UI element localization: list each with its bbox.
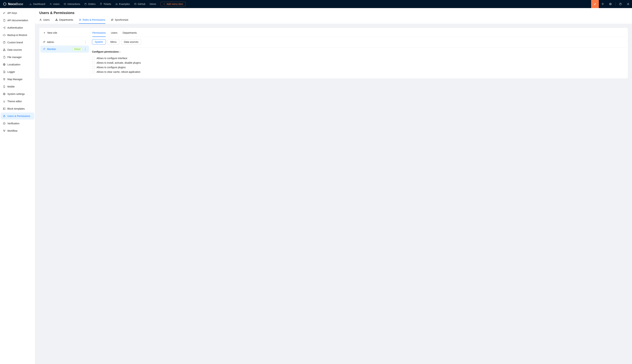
new-role-label: New role bbox=[47, 32, 57, 34]
nav-tickets[interactable]: Tickets bbox=[98, 0, 113, 8]
sidebar-item-api-keys[interactable]: API keys bbox=[1, 10, 34, 16]
page-tabs: Users Departments Roles & Permissions Sy… bbox=[39, 17, 628, 24]
sidebar-item-data-sources[interactable]: Data sources bbox=[1, 46, 34, 53]
nav-label: Tickets bbox=[103, 3, 111, 6]
nav-interactions[interactable]: Interactions bbox=[62, 0, 82, 8]
nav-label: Users bbox=[53, 3, 60, 6]
pin-icon bbox=[3, 78, 6, 81]
github-icon bbox=[134, 3, 137, 5]
highlight-icon bbox=[593, 3, 596, 6]
permission-label: Allows to install, activate, disable plu… bbox=[97, 61, 141, 64]
sidebar-item-workflow[interactable]: Workflow bbox=[1, 127, 34, 134]
brand-logo[interactable]: NocoBase bbox=[3, 2, 23, 6]
sidebar-item-backup[interactable]: Backup & Restore bbox=[1, 32, 34, 38]
lock-icon bbox=[79, 18, 81, 21]
sidebar-item-file-manager[interactable]: File manager bbox=[1, 54, 34, 61]
svg-point-19 bbox=[3, 130, 4, 130]
svg-rect-26 bbox=[79, 20, 81, 20]
tag-icon bbox=[43, 48, 45, 50]
add-menu-label: Add menu item bbox=[167, 3, 183, 6]
detail-tab-users[interactable]: Users bbox=[111, 29, 117, 37]
calendar-icon bbox=[84, 3, 87, 5]
nav-dashboard[interactable]: Dashboard bbox=[27, 0, 47, 8]
permission-checkbox-configure-interface[interactable] bbox=[92, 57, 95, 60]
seg-tab-menu[interactable]: Menu bbox=[108, 39, 119, 44]
help-button[interactable] bbox=[616, 0, 624, 8]
sidebar-item-mobile[interactable]: Mobile bbox=[1, 83, 34, 90]
sidebar-item-label: File manager bbox=[7, 56, 22, 58]
sidebar-item-theme-editor[interactable]: Theme editor bbox=[1, 98, 34, 105]
tab-roles-permissions[interactable]: Roles & Permissions bbox=[79, 17, 105, 24]
permission-row: Allows to configure interface bbox=[92, 56, 626, 60]
permission-scope-tabs: System Menu Data sources bbox=[92, 37, 626, 48]
sync-icon bbox=[111, 18, 113, 21]
sidebar-item-verification[interactable]: Verification bbox=[1, 120, 34, 127]
permission-checkbox-clear-cache[interactable] bbox=[92, 70, 95, 73]
header-divider bbox=[615, 2, 615, 6]
role-item-admin[interactable]: Admin ⋮ bbox=[40, 38, 89, 46]
sidebar-item-api-docs[interactable]: API documentation bbox=[1, 17, 34, 24]
sidebar-item-label: API documentation bbox=[7, 19, 28, 22]
permissions-section: Configure permissions： Allows to configu… bbox=[92, 48, 626, 77]
gear-icon bbox=[3, 92, 6, 96]
tab-synchronize[interactable]: Synchronize bbox=[111, 17, 128, 24]
tab-users[interactable]: Users bbox=[39, 17, 50, 24]
cluster-icon bbox=[3, 48, 6, 51]
role-more-icon[interactable]: ⋮ bbox=[84, 47, 87, 51]
file-icon bbox=[3, 56, 6, 58]
page-header: Users & Permissions Users Departments Ro… bbox=[35, 8, 632, 24]
sidebar-item-map-manager[interactable]: Map Manager bbox=[1, 76, 34, 83]
sidebar-item-label: Backup & Restore bbox=[7, 34, 27, 36]
sidebar-item-label: Logger bbox=[7, 70, 15, 73]
sidebar-item-label: Workflow bbox=[7, 130, 17, 132]
nav-orders[interactable]: Orders bbox=[82, 0, 98, 8]
sidebar-item-authentication[interactable]: Authentication bbox=[1, 24, 34, 31]
role-detail-panel: Permissions Users Departments System Men… bbox=[90, 28, 628, 78]
user-menu-button[interactable] bbox=[624, 0, 632, 8]
nav-label: GitHub bbox=[138, 3, 145, 6]
plug-icon bbox=[601, 3, 604, 6]
sidebar-item-label: Map Manager bbox=[7, 78, 23, 81]
seg-tab-system[interactable]: System bbox=[92, 39, 106, 44]
nav-github[interactable]: GitHub bbox=[132, 0, 148, 8]
design-mode-button[interactable] bbox=[591, 0, 599, 8]
settings-button[interactable] bbox=[606, 0, 614, 8]
sidebar-item-users-permissions[interactable]: Users & Permissions bbox=[1, 112, 34, 120]
tab-label: Menu bbox=[110, 40, 117, 43]
seg-tab-data-sources[interactable]: Data sources bbox=[121, 39, 141, 44]
sidebar-item-localization[interactable]: Localization bbox=[1, 61, 34, 68]
tab-label: Roles & Permissions bbox=[83, 18, 105, 21]
role-item-member[interactable]: Member Default ⋮ bbox=[40, 46, 89, 52]
nav-users[interactable]: Users bbox=[47, 0, 62, 8]
globe-icon bbox=[3, 63, 6, 66]
permission-row: Allows to clear cache, reboot applicatio… bbox=[92, 70, 626, 74]
sidebar-item-custom-brand[interactable]: Custom brand bbox=[1, 39, 34, 46]
permission-checkbox-configure-plugins[interactable] bbox=[92, 66, 95, 69]
permission-label: Allows to configure interface bbox=[97, 57, 127, 60]
svg-rect-9 bbox=[4, 49, 5, 49]
new-role-button[interactable]: New role bbox=[39, 30, 90, 37]
header-actions bbox=[591, 0, 632, 8]
svg-point-22 bbox=[40, 19, 41, 20]
sidebar-item-system-settings[interactable]: System settings bbox=[1, 90, 34, 98]
permission-checkbox-install-plugins[interactable] bbox=[92, 61, 95, 64]
sidebar-item-logger[interactable]: Logger bbox=[1, 68, 34, 76]
chat-icon bbox=[64, 3, 66, 5]
add-menu-item-button[interactable]: Add menu item bbox=[160, 2, 186, 6]
login-icon bbox=[3, 26, 6, 29]
sidebar-item-block-templates[interactable]: Block templates bbox=[1, 105, 34, 112]
nav-examples[interactable]: Examples bbox=[113, 0, 132, 8]
plus-icon bbox=[163, 3, 165, 5]
detail-tab-departments[interactable]: Departments bbox=[123, 29, 137, 37]
tab-departments[interactable]: Departments bbox=[55, 17, 73, 24]
permission-row: Allows to install, activate, disable plu… bbox=[92, 60, 626, 65]
brand-cube-icon bbox=[3, 2, 7, 6]
role-more-icon[interactable]: ⋮ bbox=[84, 40, 87, 44]
tab-label: System bbox=[95, 40, 103, 43]
nav-demo[interactable]: Demo bbox=[147, 0, 158, 8]
svg-point-13 bbox=[4, 79, 5, 79]
file-icon bbox=[3, 19, 6, 22]
svg-point-18 bbox=[3, 122, 5, 124]
detail-tab-permissions[interactable]: Permissions bbox=[92, 29, 106, 37]
plugin-manager-button[interactable] bbox=[599, 0, 606, 8]
